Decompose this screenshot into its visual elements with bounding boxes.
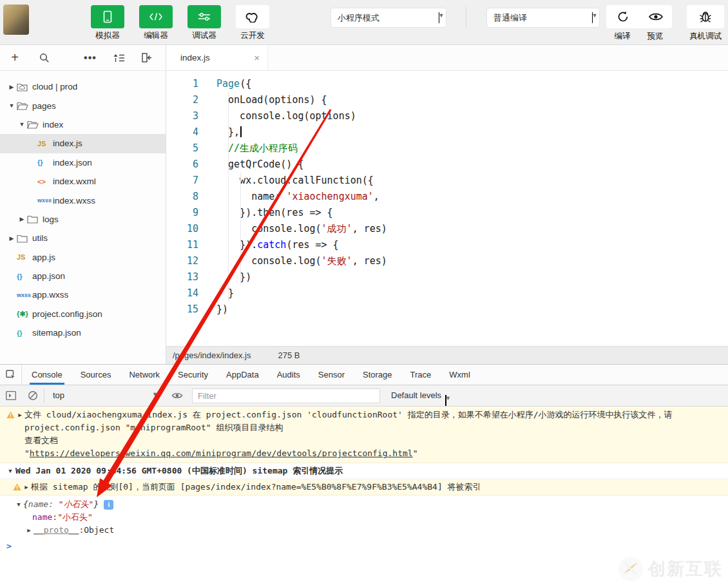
code-line-15[interactable]: 15}) [166, 302, 728, 318]
tab-sensor[interactable]: Sensor [310, 365, 353, 385]
info-badge-icon[interactable]: i [104, 500, 113, 510]
inspect-element-icon[interactable] [0, 365, 22, 385]
tree-item-index-json[interactable]: {}index.json [0, 153, 166, 172]
object-proto-row[interactable]: ▶ __proto__: Object [0, 524, 728, 537]
code-line-2[interactable]: 2 onLoad(options) { [166, 92, 728, 108]
cloud-icon[interactable] [236, 5, 269, 28]
tab-index-js[interactable]: index.js × [166, 45, 268, 70]
console-group-sitemap[interactable]: ▼ Wed Jan 01 2020 09:34:56 GMT+0800 (中国标… [0, 463, 728, 479]
live-expression-eye-icon[interactable] [170, 388, 184, 403]
code-line-13[interactable]: 13 }) [166, 269, 728, 285]
cloud-dev-button[interactable]: 云开发 [236, 5, 269, 41]
mode-select[interactable]: 小程序模式 ▼ [330, 8, 446, 28]
tab-trace[interactable]: Trace [402, 365, 440, 385]
clear-console-icon[interactable] [26, 388, 40, 403]
context-selector[interactable]: top [53, 390, 64, 400]
collapse-sidebar-icon[interactable] [140, 51, 154, 65]
tree-item-logs[interactable]: ▶logs [0, 210, 166, 229]
expand-arrow-icon[interactable]: ▶ [6, 84, 17, 90]
code-line-3[interactable]: 3 console.log(options) [166, 108, 728, 124]
tree-item-sitemap-json[interactable]: {}sitemap.json [0, 323, 166, 342]
preview-button[interactable] [639, 5, 672, 28]
code-line-5[interactable]: 5 //生成小程序码 [166, 140, 728, 157]
console-filter-input[interactable] [192, 388, 380, 403]
tree-item-project-config-json[interactable]: {✱}project.config.json [0, 305, 166, 323]
code-line-10[interactable]: 10 console.log('成功', res) [166, 221, 728, 237]
sort-files-icon[interactable] [111, 51, 126, 65]
console-sidebar-toggle-icon[interactable] [4, 388, 18, 403]
expand-arrow-icon[interactable]: ▶ [17, 216, 27, 222]
console-warning-project-config[interactable]: ▶ 文件 cloud/xiaochengxuma/index.js 在 proj… [0, 407, 728, 463]
code-lines: 1Page({2 onLoad(options) {3 console.log(… [166, 76, 728, 318]
more-options-icon[interactable]: ••• [83, 51, 97, 65]
expand-arrow-icon[interactable]: ▶ [24, 524, 34, 537]
collapse-arrow-icon[interactable]: ▼ [14, 498, 23, 511]
object-preview-row[interactable]: ▼ {name: "小石头"} i [0, 498, 728, 511]
code-line-1[interactable]: 1Page({ [166, 76, 728, 92]
editor-button[interactable]: 编辑器 [139, 5, 173, 41]
console-prompt[interactable]: > [0, 538, 728, 553]
simulator-button[interactable]: 模拟器 [91, 5, 124, 41]
code-line-12[interactable]: 12 console.log('失败', res) [166, 253, 728, 269]
tree-item-cloud-prod[interactable]: ▶cloud | prod [0, 77, 166, 96]
tree-item-index[interactable]: ▼index [0, 115, 166, 134]
search-icon[interactable] [37, 51, 52, 65]
close-icon[interactable]: × [254, 52, 260, 63]
tool-buttons-group: 模拟器 编辑器 调试器 [91, 5, 269, 41]
tree-item-index-wxss[interactable]: wxssindex.wxss [0, 191, 166, 209]
debugger-button[interactable]: 调试器 [187, 5, 221, 41]
code-line-7[interactable]: 7 wx.cloud.callFunction({ [166, 173, 728, 189]
line-number: 11 [166, 237, 198, 253]
json-file-icon: {} [37, 158, 53, 166]
code-line-14[interactable]: 14 } [166, 285, 728, 302]
code-text: wx.cloud.callFunction({ [198, 173, 374, 189]
tree-item-label: app.js [32, 253, 55, 262]
code-text: console.log('失败', res) [198, 253, 387, 269]
tree-item-app-wxss[interactable]: wxssapp.wxss [0, 285, 166, 304]
devtools-tabrow: ConsoleSourcesNetworkSecurityAppDataAudi… [0, 365, 728, 385]
code-area[interactable]: 1Page({2 onLoad(options) {3 console.log(… [166, 71, 728, 346]
tree-item-index-wxml[interactable]: <>index.wxml [0, 172, 166, 191]
expand-arrow-icon[interactable]: ▶ [6, 235, 17, 242]
tab-security[interactable]: Security [169, 365, 216, 385]
console-warning-sitemap[interactable]: ▶ 根据 sitemap 的规则[0]，当前页面 [pages/index/in… [0, 479, 728, 495]
code-text: //生成小程序码 [198, 140, 298, 157]
collapse-arrow-icon[interactable]: ▼ [6, 102, 17, 109]
tab-audits[interactable]: Audits [269, 365, 309, 385]
tab-console[interactable]: Console [23, 365, 71, 385]
phone-icon[interactable] [91, 5, 124, 28]
collapse-arrow-icon[interactable]: ▼ [17, 121, 27, 128]
code-icon[interactable] [139, 5, 173, 28]
tab-appdata[interactable]: AppData [218, 365, 267, 385]
tree-item-app-js[interactable]: JSapp.js [0, 248, 166, 267]
tab-network[interactable]: Network [120, 365, 168, 385]
cloud-icon-svg [244, 11, 261, 23]
user-avatar[interactable] [3, 5, 29, 35]
docs-link[interactable]: https://developers.weixin.qq.com/minipro… [30, 448, 413, 458]
code-line-4[interactable]: 4 }, [166, 124, 728, 140]
log-levels-select[interactable]: Default levels▼ [391, 390, 446, 406]
tab-storage[interactable]: Storage [354, 365, 401, 385]
watermark: 创新互联 [618, 557, 723, 581]
code-line-11[interactable]: 11 }).catch(res => { [166, 237, 728, 253]
sliders-icon[interactable] [187, 5, 221, 28]
code-line-9[interactable]: 9 }).then(res => { [166, 205, 728, 221]
add-file-icon[interactable]: + [8, 51, 22, 65]
code-line-6[interactable]: 6 getQrCode() { [166, 157, 728, 173]
tab-sources[interactable]: Sources [72, 365, 120, 385]
remote-debug-button[interactable] [687, 5, 724, 28]
tree-item-label: project.config.json [32, 309, 102, 319]
tree-item-index-js[interactable]: JSindex.js [0, 134, 166, 153]
compile-mode-select[interactable]: 普通编译 ▼ [486, 8, 600, 28]
tree-item-pages[interactable]: ▼pages [0, 96, 166, 115]
tree-item-app-json[interactable]: {}app.json [0, 267, 166, 285]
tab-wxml[interactable]: Wxml [441, 365, 479, 385]
expand-arrow-icon[interactable]: ▶ [22, 484, 31, 490]
sliders-icon-svg [198, 12, 211, 21]
expand-arrow-icon[interactable]: ▶ [15, 408, 24, 421]
tree-item-utils[interactable]: ▶utils [0, 229, 166, 247]
code-line-8[interactable]: 8 name: 'xiaochengxuma', [166, 189, 728, 205]
cloud-dev-label: 云开发 [236, 30, 269, 41]
collapse-arrow-icon[interactable]: ▼ [5, 468, 15, 474]
compile-button[interactable] [606, 5, 639, 28]
